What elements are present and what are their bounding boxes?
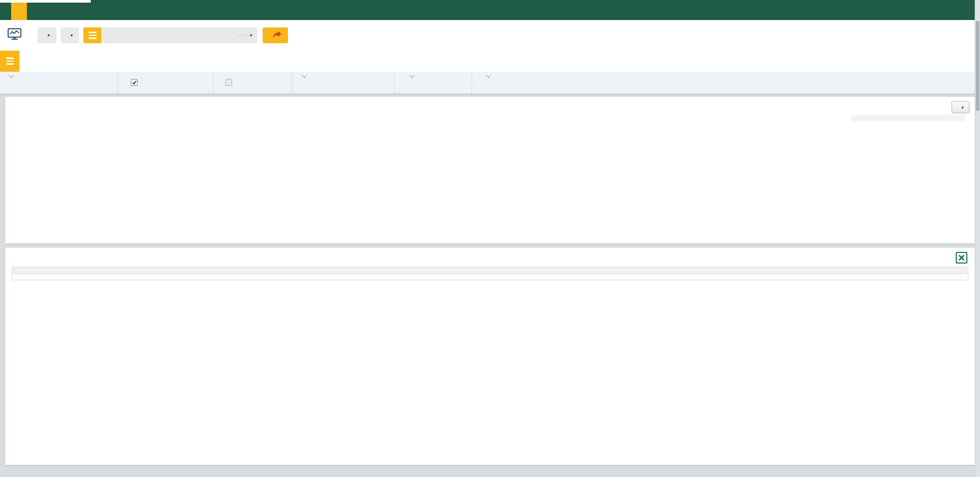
filter-include-fees[interactable]: [213, 72, 292, 93]
filter-include-derivatives[interactable]: [118, 72, 213, 93]
hamburger-icon: [89, 32, 97, 33]
monitor-chart-icon: [7, 28, 22, 43]
share-arrow-icon: [273, 31, 282, 40]
vertical-scrollbar[interactable]: [975, 0, 980, 477]
currency-select-button[interactable]: ▾: [61, 27, 80, 43]
breadcrumb[interactable]: [0, 5, 11, 20]
contracts-menu-button[interactable]: [83, 27, 101, 43]
export-excel-button[interactable]: [956, 252, 967, 264]
chevron-down-icon: [409, 73, 415, 78]
contracts-filter-field[interactable]: ▾: [101, 27, 257, 43]
report-list-button[interactable]: [0, 51, 20, 72]
date-picker-button[interactable]: ▾: [37, 27, 56, 43]
chevron-down-icon: [8, 73, 14, 78]
chevron-down-icon: ▾: [961, 105, 964, 110]
data-grid: [12, 267, 968, 280]
chevron-down-icon: ▾: [250, 33, 253, 38]
page-header: ▾ ▾ ▾: [0, 20, 980, 51]
print-button[interactable]: ▾: [952, 101, 969, 113]
list-icon: [6, 57, 14, 59]
filter-bar: [0, 72, 980, 94]
filter-simulated-portfolio-tags[interactable]: [292, 72, 394, 93]
checkbox-unchecked-icon[interactable]: [225, 79, 232, 86]
tab-raportointi[interactable]: [27, 5, 40, 20]
chevron-down-icon: [486, 73, 491, 78]
chevron-down-icon: ▾: [47, 33, 50, 38]
chevron-down-icon: ▾: [71, 33, 73, 38]
chart-svg[interactable]: [5, 97, 881, 233]
checkbox-checked-icon[interactable]: [131, 79, 138, 86]
contracts-count-badge: [238, 35, 246, 36]
grid-group-panel: [12, 267, 968, 274]
table-panel: [5, 248, 975, 465]
scrollbar-thumb[interactable]: [976, 21, 979, 111]
share-button[interactable]: [263, 27, 288, 43]
filter-timerange[interactable]: [0, 72, 118, 93]
chart-legend: [851, 115, 965, 121]
filter-fx-rate-scenario[interactable]: [472, 72, 577, 93]
top-nav-bar: [0, 0, 980, 20]
report-title-row: [0, 51, 980, 72]
filter-market-scenario[interactable]: [394, 72, 472, 93]
chevron-down-icon: [302, 73, 307, 78]
chart-panel: ▾: [5, 97, 975, 244]
grid-footer: [12, 274, 968, 280]
tab-analyysit[interactable]: [11, 3, 27, 20]
